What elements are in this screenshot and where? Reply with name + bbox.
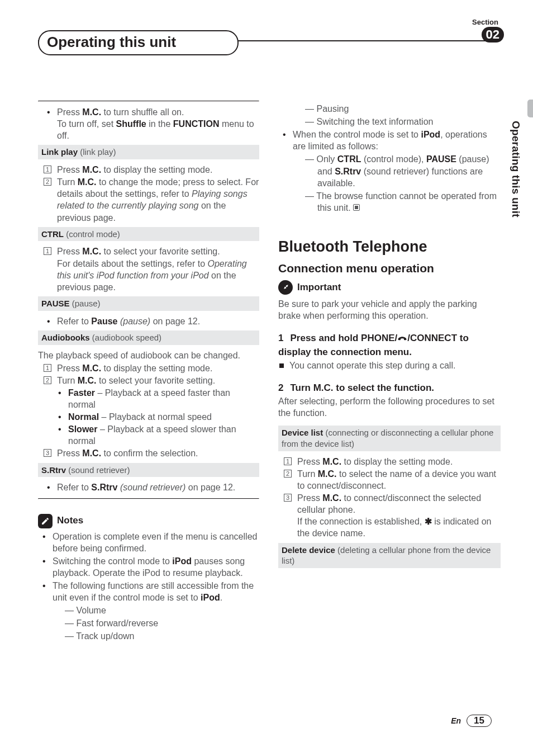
devlist-step-2: 2Turn M.C. to select the name of a devic… [297, 468, 501, 492]
important-heading: Important [278, 280, 501, 295]
shuffle-instruction: Press M.C. to turn shuffle all on. To tu… [57, 106, 259, 141]
chapter-title-pill: Operating this unit [38, 30, 239, 55]
audio-step-2: 2Turn M.C. to select your favorite setti… [57, 375, 259, 386]
left-column: Press M.C. to turn shuffle all on. To tu… [38, 101, 259, 643]
audio-step-3: 3Press M.C. to confirm the selection. [57, 447, 259, 459]
audio-opt-normal: Normal – Playback at normal speed [68, 411, 259, 423]
divider [38, 498, 259, 499]
note-2: Switching the control mode to iPod pause… [53, 555, 259, 579]
important-text: Be sure to park your vehicle and apply t… [278, 298, 501, 322]
square-bullet-icon [279, 363, 284, 368]
note-3-volume: — Volume [65, 604, 259, 616]
setting-header-device-list: Device list (connecting or disconnecting… [278, 426, 501, 451]
pause-reference: Refer to Pause (pause) on page 12. [57, 315, 259, 327]
bluetooth-heading: Bluetooth Telephone [278, 237, 501, 257]
divider [38, 101, 259, 102]
note-3-pausing: — Pausing [305, 103, 501, 115]
step-1: 1Press and hold PHONE//CONNECT to displa… [278, 332, 501, 359]
audio-opt-faster: Faster – Playback at a speed faster than… [68, 387, 259, 410]
section-number-pill: 02 [482, 27, 504, 42]
note-3-textinfo: — Switching the text information [305, 116, 501, 127]
audio-opt-slower: Slower – Playback at a speed slower than… [68, 423, 259, 447]
audiobook-intro: The playback speed of audiobook can be c… [38, 349, 259, 361]
devlist-step-1: 1Press M.C. to display the setting mode. [297, 456, 501, 467]
step-2: 2Turn M.C. to select the function. [278, 382, 501, 394]
side-tab-indicator [527, 100, 533, 117]
phone-icon [397, 334, 407, 346]
page-footer: En 15 [451, 715, 492, 727]
setting-header-link-play: Link play (link play) [38, 145, 259, 159]
link-play-step-2: 2Turn M.C. to change the mode; press to … [57, 176, 259, 223]
ipod-limit-1: — Only CTRL (control mode), PAUSE (pause… [305, 153, 501, 188]
note-3: The following functions are still access… [53, 580, 259, 642]
language-label: En [451, 716, 461, 725]
right-column: — Pausing — Switching the text informati… [278, 101, 501, 643]
stop-icon [353, 204, 360, 211]
setting-header-srtrv: S.Rtrv (sound retriever) [38, 463, 259, 478]
side-tab-label: Operating this unit [510, 121, 522, 218]
setting-header-delete-device: Delete device (deleting a cellular phone… [278, 543, 501, 569]
ctrl-step-1: 1Press M.C. to select your favorite sett… [57, 245, 259, 292]
pencil-icon [38, 514, 53, 528]
note-1: Operation is complete even if the menu i… [53, 531, 259, 554]
important-icon [278, 280, 293, 295]
section-label: Section [472, 18, 498, 26]
notes-heading: Notes [38, 514, 259, 528]
devlist-step-3: 3Press M.C. to connect/disconnect the se… [297, 492, 501, 539]
setting-header-ctrl: CTRL (control mode) [38, 227, 259, 242]
audio-step-1: 1Press M.C. to display the setting mode. [57, 362, 259, 374]
page-header: Section 02 Operating this unit [38, 22, 501, 56]
setting-header-audiobooks: Audiobooks (audiobook speed) [38, 330, 259, 345]
connection-menu-heading: Connection menu operation [278, 261, 501, 276]
note-3-ffrev: — Fast forward/reverse [65, 617, 259, 629]
ipod-limit-2: — The browse function cannot be operated… [305, 190, 501, 214]
setting-header-pause: PAUSE (pause) [38, 296, 259, 311]
page-number-pill: 15 [467, 715, 492, 727]
link-play-step-1: 1Press M.C. to display the setting mode. [57, 164, 259, 176]
ipod-limits: When the control mode is set to iPod, op… [293, 129, 501, 214]
note-3-track: — Track up/down [65, 630, 259, 642]
step-2-body: After selecting, perform the following p… [278, 395, 501, 419]
step-1-note: You cannot operate this step during a ca… [278, 360, 501, 371]
srtrv-reference: Refer to S.Rtrv (sound retriever) on pag… [57, 481, 259, 493]
